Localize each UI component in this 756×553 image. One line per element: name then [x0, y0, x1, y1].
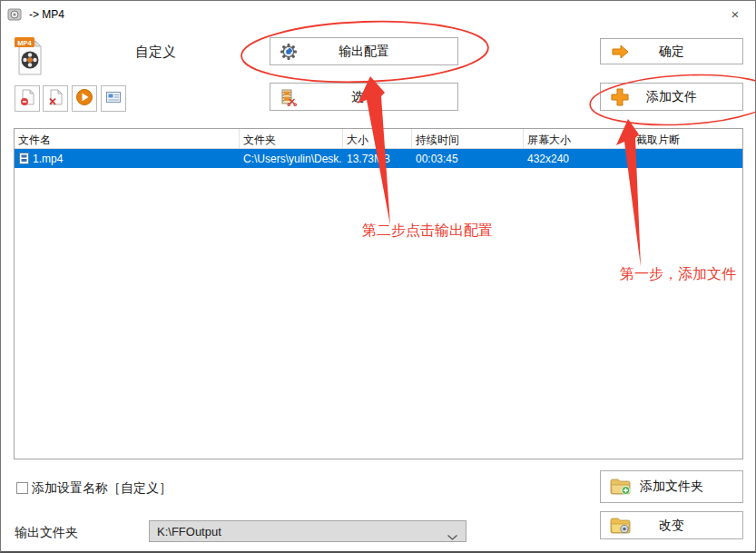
- file-table: 文件名 文件夹 大小 持续时间 屏幕大小 截取片断 1.mp4 C:\Users…: [14, 128, 743, 459]
- folder-plus-icon: [610, 478, 632, 496]
- play-button[interactable]: [72, 85, 97, 112]
- app-window: -> MP4 × MP4 自定义: [0, 0, 756, 553]
- title-bar: -> MP4 ×: [1, 1, 755, 28]
- add-file-button[interactable]: 添加文件: [600, 83, 743, 111]
- window-title: -> MP4: [29, 8, 64, 21]
- output-config-label: 输出配置: [270, 44, 457, 60]
- remove-file-icon: [18, 88, 36, 109]
- output-folder-value: K:\FFOutput: [157, 525, 221, 538]
- output-folder-label: 输出文件夹: [15, 525, 78, 541]
- chevron-down-icon: [447, 529, 457, 543]
- play-icon: [75, 88, 93, 109]
- column-header-folder[interactable]: 文件夹: [240, 129, 343, 148]
- add-setting-name-label: 添加设置名称［自定义］: [32, 480, 172, 497]
- video-file-icon: [18, 153, 30, 164]
- change-folder-button[interactable]: 改变: [600, 511, 743, 539]
- clear-list-button[interactable]: [43, 85, 68, 112]
- close-button[interactable]: ×: [721, 4, 750, 25]
- clip-option-label: 选项: [270, 89, 457, 105]
- column-header-size[interactable]: 大小: [343, 129, 412, 148]
- cell-filename: 1.mp4: [33, 153, 63, 165]
- arrow-right-icon: [610, 43, 630, 61]
- properties-button[interactable]: [101, 85, 126, 112]
- app-icon: [7, 7, 22, 22]
- ok-button[interactable]: 确定: [600, 38, 743, 64]
- cell-screensize: 432x240: [524, 153, 633, 165]
- table-header: 文件名 文件夹 大小 持续时间 屏幕大小 截取片断: [15, 129, 742, 149]
- properties-icon: [104, 88, 123, 109]
- mp4-file-type-icon: MP4: [15, 37, 45, 75]
- table-row-selected[interactable]: 1.mp4 C:\Users\yulin\Desk... 13.73MB 00:…: [15, 149, 742, 168]
- folder-change-icon: [610, 517, 632, 535]
- svg-text:MP4: MP4: [17, 39, 32, 47]
- plus-icon: [610, 87, 630, 107]
- cell-folder: C:\Users\yulin\Desk...: [240, 153, 343, 165]
- add-folder-button[interactable]: 添加文件夹: [600, 470, 743, 503]
- clip-option-button[interactable]: 选项: [270, 83, 458, 111]
- preset-label: 自定义: [135, 44, 176, 61]
- film-scissors-icon: [280, 88, 298, 106]
- delete-file-icon: [46, 88, 64, 109]
- cell-duration: 00:03:45: [412, 153, 524, 165]
- gear-icon: [280, 43, 298, 61]
- add-setting-name-checkbox[interactable]: [16, 482, 28, 494]
- output-config-button[interactable]: 输出配置: [270, 37, 458, 65]
- column-header-screensize[interactable]: 屏幕大小: [524, 129, 633, 148]
- output-folder-select[interactable]: K:\FFOutput: [149, 520, 466, 542]
- remove-file-button[interactable]: [15, 85, 40, 112]
- column-header-clip[interactable]: 截取片断: [633, 129, 742, 148]
- column-header-duration[interactable]: 持续时间: [412, 129, 524, 148]
- column-header-filename[interactable]: 文件名: [15, 129, 240, 148]
- cell-size: 13.73MB: [343, 153, 412, 165]
